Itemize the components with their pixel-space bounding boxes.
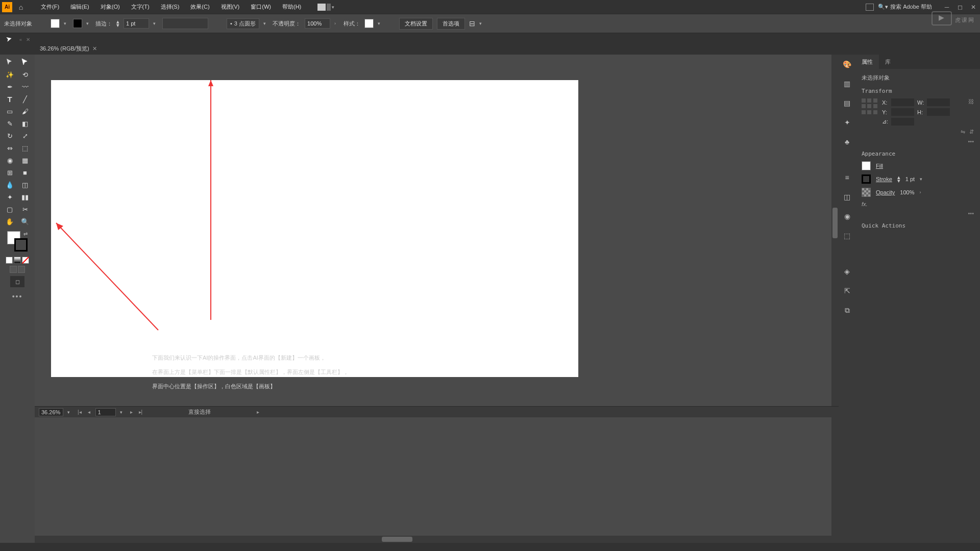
h-input[interactable] — [927, 108, 950, 116]
more-options-icon[interactable]: ••• — [862, 138, 974, 144]
stroke-stepper[interactable]: ▴▾ — [897, 176, 900, 183]
color-mode-gradient[interactable] — [14, 257, 21, 264]
tab-libraries[interactable]: 库 — [879, 55, 897, 69]
selection-tool[interactable] — [3, 57, 17, 68]
chevron-down-icon[interactable]: ▾ — [378, 21, 383, 26]
shaper-tool[interactable]: ✎ — [3, 118, 17, 129]
search-help[interactable]: 🔍▾ 搜索 Adobe 帮助 — [878, 3, 932, 11]
reference-point[interactable] — [862, 98, 878, 115]
slice-tool[interactable]: ✂ — [18, 204, 32, 215]
brush-shape-select[interactable]: •3 点圆形 — [227, 18, 259, 29]
menu-file[interactable]: 文件(F) — [36, 1, 64, 13]
symbol-sprayer-tool[interactable]: ✦ — [3, 191, 17, 203]
color-mode-none[interactable] — [22, 257, 29, 264]
angle-input[interactable] — [891, 118, 914, 126]
chevron-down-icon[interactable]: ▾ — [120, 410, 125, 415]
scrollbar-horizontal[interactable] — [35, 536, 831, 543]
asset-export-icon[interactable]: ⇱ — [842, 285, 853, 296]
y-input[interactable] — [891, 108, 914, 116]
edit-toolbar-icon[interactable]: ••• — [12, 292, 23, 300]
stroke-panel-icon[interactable]: ♣ — [842, 136, 853, 147]
chevron-down-icon[interactable]: ▾ — [67, 410, 72, 415]
document-tab[interactable]: 36.26% (RGB/预览)✕ — [36, 45, 101, 53]
fx-label[interactable]: fx. — [862, 201, 974, 207]
opacity-swatch[interactable] — [862, 188, 871, 197]
stroke-stepper[interactable]: ▴▾ — [116, 20, 119, 27]
artboards-panel-icon[interactable]: ⧉ — [842, 305, 853, 316]
tab-close-icon[interactable]: ✕ — [26, 37, 30, 42]
artboard[interactable]: 下面我们来认识一下AI的操作界面，点击AI界面的【新建】一个画板， 在界面上方是… — [51, 80, 578, 377]
chevron-right-icon[interactable]: › — [334, 21, 339, 26]
transparency-panel-icon[interactable]: ◫ — [842, 191, 853, 203]
preferences-button[interactable]: 首选项 — [437, 18, 465, 30]
line-tool[interactable]: ╱ — [18, 93, 32, 105]
swap-icon[interactable]: ⇄ — [23, 231, 28, 237]
menu-effect[interactable]: 效果(C) — [185, 1, 214, 13]
shape-builder-tool[interactable]: ◉ — [3, 155, 17, 166]
direct-selection-tool[interactable] — [18, 57, 32, 68]
next-artboard-icon[interactable]: ▸ — [129, 409, 134, 415]
tab-properties[interactable]: 属性 — [855, 55, 879, 69]
menu-help[interactable]: 帮助(H) — [277, 1, 306, 13]
rectangle-tool[interactable]: ▭ — [3, 106, 17, 117]
w-input[interactable] — [927, 98, 950, 106]
gradient-panel-icon[interactable]: ≡ — [842, 172, 853, 183]
chevron-down-icon[interactable]: ▾ — [64, 21, 69, 26]
chevron-down-icon[interactable]: ▾ — [153, 21, 158, 26]
artboard-number-input[interactable] — [95, 408, 116, 416]
zoom-level-input[interactable] — [39, 408, 63, 416]
screen-mode[interactable]: ◻ — [10, 276, 24, 287]
type-tool[interactable]: T — [3, 93, 17, 105]
paintbrush-tool[interactable]: 🖌 — [18, 106, 32, 117]
style-swatch[interactable] — [364, 19, 374, 28]
menu-type[interactable]: 文字(T) — [126, 1, 155, 13]
first-artboard-icon[interactable]: |◂ — [77, 409, 83, 415]
scrollbar-vertical[interactable] — [831, 55, 839, 543]
draw-behind[interactable] — [18, 266, 25, 273]
pen-tool[interactable]: ✒ — [3, 81, 17, 92]
menu-view[interactable]: 视图(V) — [216, 1, 245, 13]
mesh-tool[interactable]: ⊞ — [3, 167, 17, 178]
draw-normal[interactable] — [10, 266, 17, 273]
scale-tool[interactable]: ⤢ — [18, 130, 32, 141]
symbols-panel-icon[interactable]: ✦ — [842, 117, 853, 128]
menu-select[interactable]: 选择(S) — [156, 1, 185, 13]
blend-tool[interactable]: ◫ — [18, 179, 32, 190]
perspective-tool[interactable]: ▦ — [18, 155, 32, 166]
opacity-input[interactable] — [305, 18, 330, 29]
last-artboard-icon[interactable]: ▸| — [138, 409, 144, 415]
graphic-styles-icon[interactable]: ⬚ — [842, 230, 853, 241]
eyedropper-tool[interactable]: 💧 — [3, 179, 17, 190]
menu-edit[interactable]: 编辑(E) — [65, 1, 94, 13]
layout-switcher[interactable]: ▾ — [317, 4, 337, 11]
close-icon[interactable]: ✕ — [92, 45, 97, 52]
align-icon[interactable]: ⊟ — [469, 19, 475, 28]
fill-stroke-control[interactable]: ⇄ — [7, 231, 28, 252]
brush-preset[interactable] — [162, 18, 208, 29]
layers-panel-icon[interactable]: ◈ — [842, 266, 853, 277]
hand-tool[interactable]: ✋ — [3, 216, 17, 227]
gradient-tool[interactable]: ■ — [18, 167, 32, 178]
stroke-value[interactable]: 1 pt — [905, 176, 915, 182]
prev-artboard-icon[interactable]: ◂ — [87, 409, 91, 415]
color-panel-icon[interactable]: 🎨 — [842, 59, 853, 70]
document-setup-button[interactable]: 文档设置 — [399, 18, 433, 30]
x-input[interactable] — [891, 98, 914, 106]
artboard-tool[interactable]: ▢ — [3, 204, 17, 215]
brushes-panel-icon[interactable]: ▤ — [842, 97, 853, 109]
color-mode-fill[interactable] — [6, 257, 13, 264]
tab-chevron-icon[interactable]: « — [19, 37, 22, 42]
fill-swatch[interactable] — [51, 19, 60, 28]
zoom-tool[interactable]: 🔍 — [18, 216, 32, 227]
home-icon[interactable]: ⌂ — [15, 2, 27, 13]
chevron-down-icon[interactable]: ▾ — [86, 21, 91, 26]
menu-object[interactable]: 对象(O) — [95, 1, 125, 13]
free-transform-tool[interactable]: ⬚ — [18, 142, 32, 154]
canvas-area[interactable]: 下面我们来认识一下AI的操作界面，点击AI界面的【新建】一个画板， 在界面上方是… — [35, 55, 839, 543]
opacity-value[interactable]: 100% — [900, 189, 914, 195]
chevron-down-icon[interactable]: ▾ — [920, 177, 925, 182]
flip-v-icon[interactable]: ⇵ — [969, 129, 974, 135]
fill-swatch[interactable] — [862, 161, 871, 170]
graph-tool[interactable]: ▮▮ — [18, 191, 32, 203]
stroke-swatch[interactable] — [862, 174, 871, 184]
